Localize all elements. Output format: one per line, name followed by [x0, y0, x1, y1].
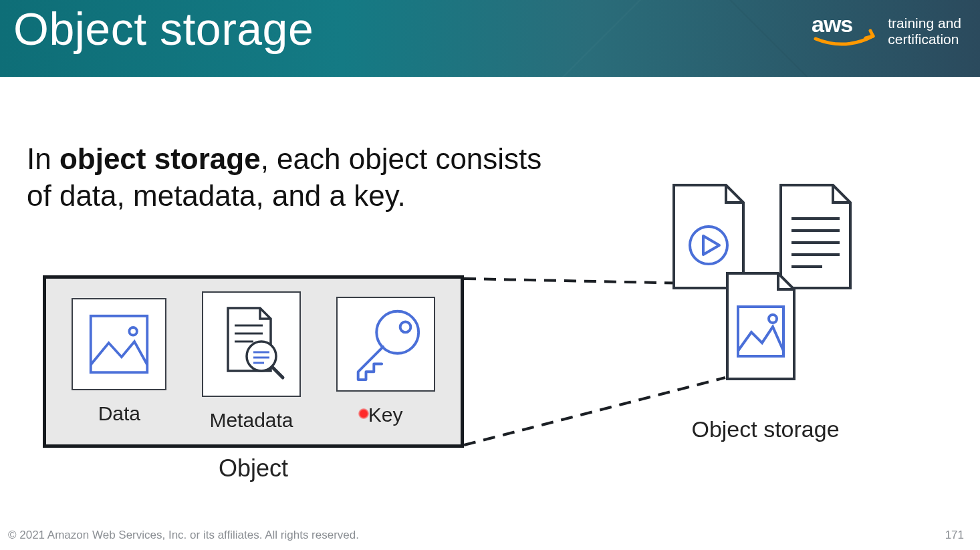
object-caption: Object — [43, 454, 464, 483]
key-icon — [346, 305, 425, 384]
svg-line-12 — [272, 367, 283, 378]
svg-text:aws: aws — [812, 12, 852, 37]
slide-body: In object storage, each object consists … — [0, 77, 980, 550]
key-label: Key — [336, 404, 435, 426]
data-label: Data — [72, 402, 166, 425]
image-icon — [87, 312, 151, 376]
svg-rect-3 — [91, 316, 147, 372]
document-search-icon — [215, 304, 288, 384]
data-tile — [72, 298, 166, 390]
svg-point-4 — [130, 327, 138, 335]
object-item-data: Data — [72, 298, 166, 425]
svg-point-14 — [400, 322, 410, 333]
laser-pointer-icon — [358, 408, 369, 419]
text-file-icon — [781, 185, 850, 288]
slide-title: Object storage — [13, 3, 314, 53]
storage-file-group — [668, 184, 862, 391]
storage-label: Object storage — [662, 416, 869, 442]
copyright-text: © 2021 Amazon Web Services, Inc. or its … — [8, 529, 359, 542]
metadata-tile — [202, 291, 301, 397]
object-item-key: Key — [336, 297, 435, 426]
slide-header: Object storage aws training and certific… — [0, 0, 980, 77]
image-file-icon — [727, 273, 794, 379]
object-box: Data Metadata — [43, 275, 464, 448]
brand-tagline-line2: certification — [888, 31, 961, 47]
page-number: 171 — [945, 529, 964, 542]
brand-tagline: training and certification — [888, 15, 961, 47]
key-tile — [336, 297, 435, 392]
slide-footer: © 2021 Amazon Web Services, Inc. or its … — [0, 529, 980, 550]
brand-tagline-line1: training and — [888, 15, 961, 31]
metadata-label: Metadata — [202, 409, 301, 432]
object-item-metadata: Metadata — [202, 291, 301, 432]
aws-brand: aws training and certification — [812, 3, 961, 51]
aws-logo-icon: aws — [812, 12, 878, 51]
